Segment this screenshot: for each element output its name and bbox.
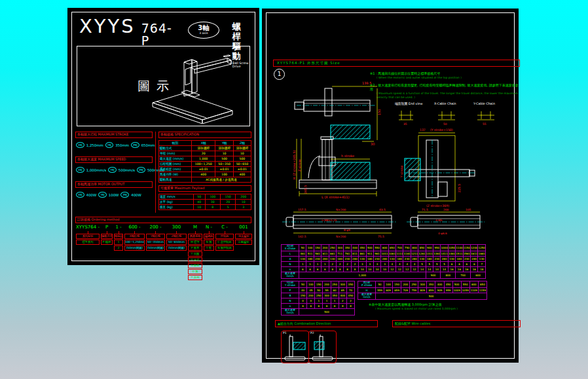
ordering-code: N - [206,224,212,231]
table-cell: 1161 [403,251,411,256]
table-cell: 12 [396,266,403,272]
ordering-option: (50mm間隔) [166,245,187,251]
table-cell: 4 [411,261,418,266]
left-sheet-panel: XYYS 764-P 3軸 3 axis 螺桿驅動 Ball Screw Dri… [67,8,259,265]
table-header-cell: X軸 [191,141,215,146]
table-cell: 1159 [478,287,487,293]
table-cell: 3 [366,261,373,266]
table-cell: 16 [463,266,470,272]
combination-box-p2: P2 [308,331,337,363]
table-span-cell: 800 [441,272,456,278]
svg-text:157.5: 157.5 [298,208,306,211]
combination-box-p1: P1 [281,331,309,363]
table-header-cell: 1000 [441,245,448,251]
table-header-cell: 1150 [463,245,470,251]
svg-text:Y stroke: Y stroke [400,165,403,178]
table-cell: 14 [426,266,433,272]
table-cell: 40 [193,200,205,205]
table-cell: 2 [346,298,354,303]
table-header-cell: 450 [359,245,366,251]
axis-pill: X軸 [76,192,84,198]
svg-text:55: 55 [483,122,487,126]
ordering-column: 600 -X軸行程100~1,250mm(50mm間隔) [124,224,145,280]
table-cell: 559 [376,287,384,293]
table-header-cell: 100 [306,245,314,251]
right-sheet-border: XYYS764-P1 外形尺寸圖 Size 1 ※1 : 馬達與出線位於圖示位置… [266,12,515,359]
table-cell: 1 [314,261,321,266]
table-cell: 垂直 (kg) [159,205,194,210]
table-header-cell: 350 [346,281,354,288]
ordering-option: P 煞車 [188,245,202,251]
table-cell: 511 [306,251,314,256]
table-cell: 10 [215,151,233,156]
ordering-option-box: 編碼器N 無Y 有 [204,234,214,251]
ordering-option: Y 有 [204,245,214,251]
table-cell: 滾珠螺桿 [233,146,251,151]
table-cell: 1 [306,261,314,266]
spec-table-header: 各軸規格 SPECIFICATION [158,132,251,138]
table-header-cell: 250 [410,281,418,288]
table-cell: 8 [205,205,220,210]
table-cell: ±0.01 [191,167,215,172]
table-cell: 40 [299,287,307,293]
ordering-code: C - [221,224,228,231]
ordering-option-title: 馬達規格 [188,234,202,239]
spec-group-header: 各軸最大行程 MAXIMUM STROKE [75,132,153,138]
table-header-cell: 750 [403,245,411,251]
table-header-cell: 400 [351,245,358,251]
table-header-cell: 800 [411,245,418,251]
table-cell: 130 [448,256,455,261]
table-cell: 14 [418,266,426,272]
dim-table: X行程 X stroke5010015020025030035040045050… [281,244,486,279]
ordering-option: P:螺桿 [101,240,113,245]
table-cell: 最大速度 (mm/s) [159,156,192,162]
axis-pill: X軸 [76,142,84,148]
ordering-column: 1 -軸組合12 [113,224,124,280]
svg-text:8-φ9: 8-φ9 [344,228,350,232]
illustration-box: 圖示 [77,46,250,126]
ordering-option: 50~350mm [146,240,165,245]
table-row: A130180230280130180230280130180230280130… [282,256,486,261]
table-cell: 1211 [411,251,418,256]
table-cell: 50 [315,287,323,293]
spec-group-items: X軸1,250mmY軸350mmZ軸650mm [76,142,153,148]
table-cell: 2 [336,261,343,266]
table-cell: 8 [339,303,346,308]
table-cell: 1 [322,261,329,266]
ordering-code: M [193,224,197,231]
ordering-column: XYYS764 -系列型號標準系列 [75,224,100,280]
wiring-header: 配線&配管 Wire cables [392,320,521,327]
table-header-cell: 650 [478,281,487,288]
svg-text:n-M8×1.25: n-M8×1.25 [322,219,337,222]
left-sheet-content: XYYS 764-P 3軸 3 axis 螺桿驅動 Ball Screw Dri… [73,13,254,260]
rail-views: 157.5 N×200 43.5 142.5 N×200 75.5 n-M8×1… [282,208,485,238]
grid-table: 軸別X軸Y軸Z軸驅動方式滾珠螺桿滾珠螺桿滾珠螺桿導程 (mm)201010最大速… [158,140,251,183]
ordering-column: 001流水編號出廠編號 [234,224,253,280]
table-header-cell: 1050 [448,245,455,251]
table-header-cell: 1250 [478,245,486,251]
svg-text:(Y stroke+150): (Y stroke+150) [430,128,453,132]
table-header-cell: 200 [323,281,331,288]
svg-text:h stroke: h stroke [341,154,354,158]
table-cell: 20 [221,200,236,205]
table-cell: 20 [191,151,215,156]
table-cell: 400 [339,293,346,298]
svg-text:139.5: 139.5 [362,81,371,85]
axis-pill: Z軸 [137,167,145,173]
speed-note-en: ( Maximum speed is based on motor use ra… [369,307,517,311]
table-header-cell: 250 [331,281,339,288]
table-cell: AC伺服馬達 / 步進馬達 [191,177,251,183]
ordering-option: 標準系列 [76,240,100,245]
axis-pill: X軸 [76,167,84,173]
table-cell: 2 [344,261,351,266]
table-cell: 1261 [418,251,426,256]
ordering-option: C 含控制器 [215,240,234,245]
table-cell: 0 [299,298,307,303]
front-view: h stroke H (Z stroke+265.5) Z stroke 265… [293,137,377,199]
table-header-cell: 50 [376,281,384,288]
plan-view: 137 (Y stroke+150) (Z stroke+369) Y stro… [400,128,476,208]
table-row: 行程範圍 (mm)100~1,25050~35050~650 [159,162,251,167]
ordering-option-box: 驅動方式P:螺桿 [101,234,113,245]
speed-note: ※表中最大速度是以馬達轉速 3,000rpm 計算之值 ( Maximum sp… [369,302,517,314]
svg-text:4-φ6.6: 4-φ6.6 [438,232,447,235]
